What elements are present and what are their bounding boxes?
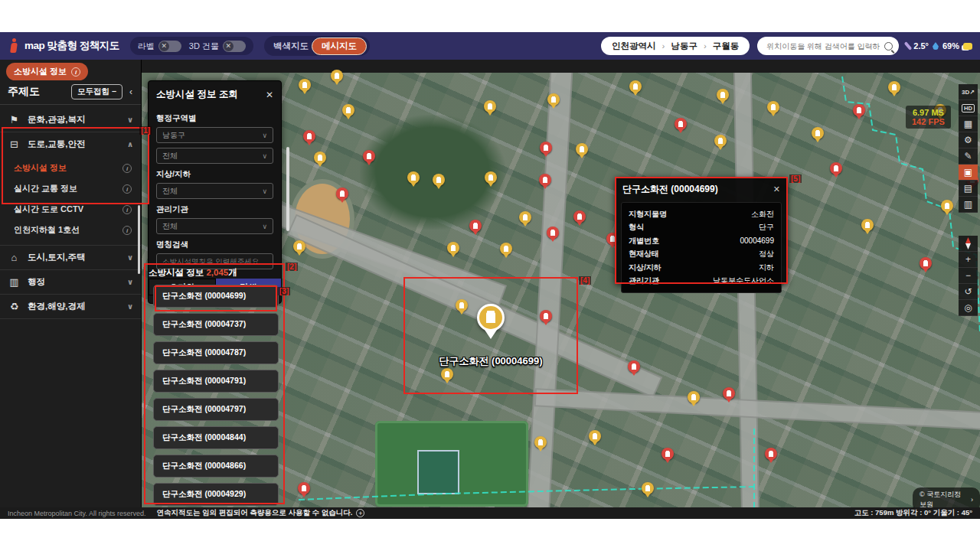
- hydrant-marker[interactable]: [920, 257, 932, 269]
- close-icon[interactable]: ✕: [266, 90, 273, 100]
- hydrant-marker[interactable]: [298, 482, 310, 494]
- hydrant-marker[interactable]: [547, 227, 559, 239]
- category-administration[interactable]: ▥ 행정 ∨: [0, 270, 141, 295]
- result-item[interactable]: 단구소화전 (00004699): [153, 285, 279, 308]
- zoom-in-icon[interactable]: +: [959, 252, 978, 268]
- hydrant-marker[interactable]: [342, 104, 354, 116]
- hydrant-marker[interactable]: [314, 152, 326, 164]
- camera-settings-icon[interactable]: ⚙: [959, 132, 978, 148]
- info-icon[interactable]: i: [71, 67, 80, 77]
- search-icon[interactable]: [884, 42, 893, 51]
- sidebar-item-realtime-traffic[interactable]: 실시간 교통 정보i: [11, 178, 135, 199]
- hydrant-marker[interactable]: [540, 142, 552, 154]
- result-item[interactable]: 단구소화전 (00004737): [153, 313, 279, 336]
- hydrant-marker[interactable]: [941, 200, 953, 212]
- white-map-button[interactable]: 백색지도: [273, 41, 309, 52]
- compass-icon[interactable]: [959, 236, 978, 252]
- hydrant-marker[interactable]: [299, 79, 311, 91]
- measure-icon[interactable]: ✎: [959, 148, 978, 165]
- location-breadcrumb[interactable]: 인천광역시 › 남동구 › 구월동: [601, 37, 750, 55]
- hydrant-marker[interactable]: [539, 174, 551, 186]
- category-culture[interactable]: ⚑ 문화,관광,복지 ∨: [0, 108, 141, 132]
- hydrant-marker[interactable]: [830, 162, 842, 174]
- selected-hydrant-marker[interactable]: [477, 304, 505, 345]
- hydrant-marker[interactable]: [484, 100, 496, 112]
- capture-icon[interactable]: ▣: [959, 165, 978, 181]
- info-icon[interactable]: i: [122, 184, 132, 194]
- hydrant-marker[interactable]: [675, 118, 687, 130]
- hydrant-marker[interactable]: [547, 93, 560, 106]
- hydrant-marker[interactable]: [303, 130, 315, 142]
- active-layer-chip[interactable]: 소방시설 정보 i: [6, 63, 88, 80]
- collapse-all-button[interactable]: 모두접힘 −: [71, 84, 122, 99]
- hydrant-marker[interactable]: [629, 80, 642, 93]
- result-item[interactable]: 단구소화전 (00004866): [153, 455, 279, 478]
- hydrant-marker[interactable]: [331, 70, 343, 82]
- sidebar-collapse-icon[interactable]: ‹: [127, 86, 135, 97]
- hydrant-marker[interactable]: [628, 360, 640, 373]
- info-icon[interactable]: i: [122, 164, 132, 173]
- label-toggle-switch[interactable]: ✕: [158, 41, 181, 52]
- 3d-toggle-switch[interactable]: ✕: [223, 41, 246, 52]
- location-search-input[interactable]: [766, 42, 880, 51]
- app-logo[interactable]: map 맞춤형 정책지도: [8, 38, 119, 54]
- hydrant-marker[interactable]: [642, 482, 654, 494]
- close-icon[interactable]: ✕: [773, 184, 780, 194]
- result-item[interactable]: 단구소화전 (00004844): [153, 426, 279, 449]
- hydrant-marker[interactable]: [534, 436, 547, 448]
- category-environment-economy[interactable]: ♻ 환경,해양,경제 ∨: [0, 295, 141, 319]
- category-city-land-housing[interactable]: ⌂ 도시,토지,주택 ∨: [0, 245, 141, 270]
- hydrant-marker[interactable]: [589, 430, 601, 442]
- result-item[interactable]: 단구소화전 (00004929): [153, 483, 279, 506]
- hydrant-marker[interactable]: [363, 150, 375, 162]
- zoom-out-icon[interactable]: −: [959, 268, 978, 284]
- info-icon[interactable]: i: [122, 226, 132, 235]
- level-select[interactable]: 전체 ∨: [156, 183, 273, 199]
- locate-icon[interactable]: ◎: [959, 300, 978, 316]
- layout-grid-icon[interactable]: ▦: [959, 116, 978, 132]
- hydrant-marker[interactable]: [812, 127, 824, 139]
- hydrant-marker[interactable]: [765, 448, 777, 460]
- save-image-icon[interactable]: ▤: [959, 181, 978, 197]
- dimension-toggle-icon[interactable]: 3D↗: [959, 84, 978, 100]
- hydrant-marker[interactable]: [433, 174, 445, 186]
- hydrant-marker[interactable]: [407, 171, 420, 184]
- 3d-building-toggle[interactable]: 3D 건물 ✕: [189, 41, 246, 52]
- hydrant-marker[interactable]: [573, 210, 586, 223]
- sidebar-item-subway-line1[interactable]: 인천지하철 1호선i: [11, 220, 135, 240]
- hydrant-marker[interactable]: [519, 211, 531, 223]
- info-icon[interactable]: i: [122, 205, 132, 214]
- hd-quality-icon[interactable]: HD: [959, 100, 978, 116]
- hydrant-marker[interactable]: [767, 101, 779, 113]
- hydrant-marker[interactable]: [447, 242, 459, 254]
- result-item[interactable]: 단구소화전 (00004797): [153, 398, 279, 421]
- agency-select[interactable]: 전체 ∨: [156, 218, 273, 234]
- hydrant-marker[interactable]: [469, 220, 482, 232]
- hydrant-marker[interactable]: [336, 187, 348, 200]
- label-toggle[interactable]: 라벨 ✕: [138, 41, 181, 52]
- print-icon[interactable]: ▥: [959, 197, 978, 213]
- result-item[interactable]: 단구소화전 (00004791): [153, 370, 279, 393]
- region-select[interactable]: 남동구 ∨: [156, 127, 273, 143]
- hydrant-marker[interactable]: [853, 104, 865, 116]
- panel-scrollbar[interactable]: [286, 147, 289, 231]
- mesh-map-button[interactable]: 메시지도: [312, 37, 367, 55]
- hydrant-marker[interactable]: [293, 240, 305, 253]
- sidebar-item-fire-facility[interactable]: 소방시설 정보i: [11, 158, 135, 178]
- history-icon[interactable]: ↺: [959, 284, 978, 300]
- hydrant-marker[interactable]: [717, 89, 729, 101]
- hydrant-marker[interactable]: [888, 81, 900, 93]
- hydrant-marker[interactable]: [485, 171, 497, 184]
- hydrant-marker[interactable]: [500, 243, 512, 255]
- hydrant-marker[interactable]: [723, 387, 735, 399]
- hydrant-marker[interactable]: [576, 143, 588, 155]
- hydrant-marker[interactable]: [441, 368, 453, 380]
- expand-icon[interactable]: +: [356, 509, 364, 517]
- hydrant-marker[interactable]: [861, 219, 874, 231]
- hydrant-marker[interactable]: [662, 448, 674, 460]
- sidebar-scrollbar[interactable]: [138, 205, 140, 274]
- hydrant-marker[interactable]: [714, 135, 727, 147]
- hydrant-marker[interactable]: [540, 310, 552, 322]
- district-select[interactable]: 전체 ∨: [156, 148, 273, 164]
- sidebar-item-road-cctv[interactable]: 실시간 도로 CCTVi: [11, 199, 135, 220]
